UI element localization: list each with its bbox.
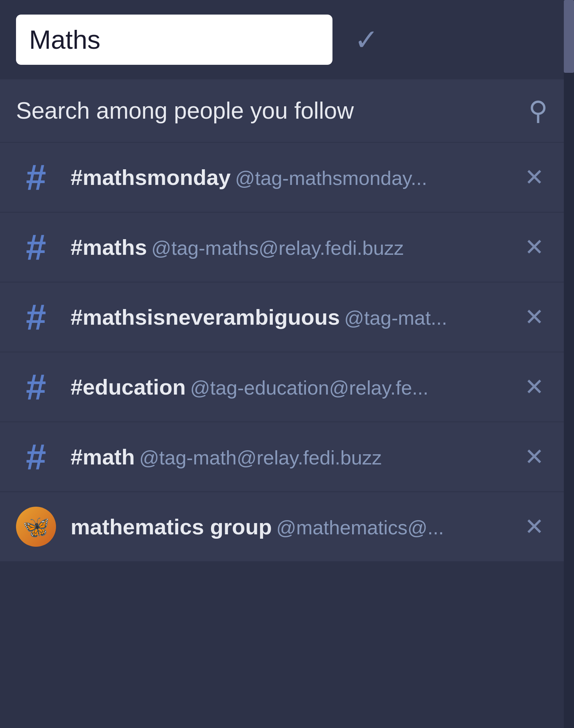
item-tag-label: #education: [71, 375, 186, 400]
remove-button[interactable]: ✕: [521, 300, 548, 334]
list-item: # #math @tag-math@relay.fedi.buzz ✕: [0, 422, 564, 492]
item-handle-label: @tag-math@relay.fedi.buzz: [139, 446, 382, 469]
item-tag-label: #math: [71, 444, 135, 470]
remove-button[interactable]: ✕: [521, 510, 548, 544]
avatar: 🦋: [16, 507, 56, 547]
search-icon[interactable]: ⚲: [529, 95, 548, 126]
confirm-icon[interactable]: ✓: [354, 23, 379, 57]
list-item: # #mathsisneverambiguous @tag-mat... ✕: [0, 282, 564, 352]
item-tag-label: #mathsmonday: [71, 165, 231, 190]
remove-button[interactable]: ✕: [521, 230, 548, 264]
scrollbar-thumb[interactable]: [564, 0, 574, 73]
list-item: # #maths @tag-maths@relay.fedi.buzz ✕: [0, 213, 564, 282]
item-handle-label: @tag-maths@relay.fedi.buzz: [151, 237, 404, 259]
hashtag-icon: #: [16, 437, 56, 477]
remove-button[interactable]: ✕: [521, 440, 548, 474]
search-input[interactable]: [16, 15, 332, 65]
item-text: mathematics group @mathematics@...: [71, 514, 514, 539]
item-handle-label: @tag-mathsmonday...: [235, 167, 427, 189]
search-input-container: [16, 15, 332, 65]
item-text: #education @tag-education@relay.fe...: [71, 375, 514, 400]
page-wrapper: ✓ Search among people you follow ⚲ # #ma…: [0, 0, 574, 728]
hashtag-icon: #: [16, 297, 56, 337]
hashtag-icon: #: [16, 367, 56, 407]
item-text: #mathsmonday @tag-mathsmonday...: [71, 165, 514, 190]
hashtag-icon: #: [16, 227, 56, 267]
item-tag-label: mathematics group: [71, 514, 272, 539]
item-text: #math @tag-math@relay.fedi.buzz: [71, 444, 514, 470]
item-text: #maths @tag-maths@relay.fedi.buzz: [71, 235, 514, 260]
item-handle-label: @mathematics@...: [276, 516, 444, 539]
header: ✓: [0, 0, 564, 79]
search-section-label: Search among people you follow: [16, 97, 354, 124]
scrollbar[interactable]: [564, 0, 574, 728]
hashtag-icon: #: [16, 157, 56, 197]
item-text: #mathsisneverambiguous @tag-mat...: [71, 305, 514, 330]
item-handle-label: @tag-education@relay.fe...: [190, 376, 428, 399]
item-tag-label: #mathsisneverambiguous: [71, 305, 340, 330]
search-section: Search among people you follow ⚲: [0, 79, 564, 143]
list-container: # #mathsmonday @tag-mathsmonday... ✕ # #…: [0, 143, 564, 562]
item-tag-label: #maths: [71, 235, 147, 260]
remove-button[interactable]: ✕: [521, 370, 548, 404]
remove-button[interactable]: ✕: [521, 160, 548, 194]
list-item: # #education @tag-education@relay.fe... …: [0, 352, 564, 422]
item-handle-label: @tag-mat...: [344, 306, 447, 329]
list-item: 🦋 mathematics group @mathematics@... ✕: [0, 492, 564, 562]
list-item: # #mathsmonday @tag-mathsmonday... ✕: [0, 143, 564, 213]
